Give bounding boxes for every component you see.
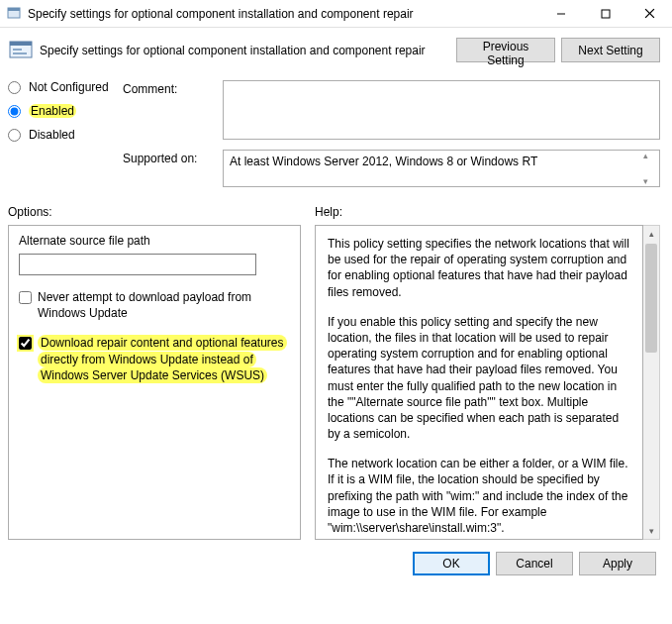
title-bar: Specify settings for optional component …: [0, 0, 672, 28]
policy-icon: [8, 39, 36, 62]
radio-enabled-label: Enabled: [29, 104, 76, 118]
radio-not-configured[interactable]: Not Configured: [8, 80, 117, 94]
next-setting-button[interactable]: Next Setting: [561, 38, 660, 62]
maximize-button[interactable]: [583, 0, 627, 28]
svg-rect-8: [13, 49, 22, 51]
close-button[interactable]: [627, 0, 672, 28]
options-section-label: Options:: [8, 205, 315, 219]
supported-on-box: At least Windows Server 2012, Windows 8 …: [223, 150, 660, 187]
supported-scroll-icons: ▴ ▾: [643, 151, 657, 186]
wsus-checkbox[interactable]: [19, 337, 32, 350]
alt-path-label: Alternate source file path: [19, 234, 290, 248]
chevron-up-icon: ▴: [643, 151, 657, 160]
wsus-row[interactable]: Download repair content and optional fea…: [19, 335, 290, 383]
radio-enabled[interactable]: Enabled: [8, 104, 117, 118]
help-paragraph-1: This policy setting specifies the networ…: [328, 236, 630, 300]
help-paragraph-2: If you enable this policy setting and sp…: [328, 314, 630, 443]
help-section-label: Help:: [315, 205, 660, 219]
radio-disabled-input[interactable]: [8, 129, 21, 142]
options-panel: Alternate source file path Never attempt…: [8, 225, 301, 540]
cancel-button[interactable]: Cancel: [496, 552, 573, 575]
apply-button[interactable]: Apply: [579, 552, 656, 575]
supported-on-text: At least Windows Server 2012, Windows 8 …: [230, 155, 537, 168]
previous-setting-button[interactable]: Previous Setting: [456, 38, 555, 62]
ok-button[interactable]: OK: [413, 552, 490, 575]
help-paragraph-3: The network location can be either a fol…: [328, 456, 630, 536]
header-row: Specify settings for optional component …: [8, 38, 660, 62]
help-panel: This policy setting specifies the networ…: [315, 225, 643, 540]
comment-label: Comment:: [123, 80, 217, 96]
window-title: Specify settings for optional component …: [28, 7, 538, 21]
svg-rect-3: [602, 10, 610, 18]
scroll-down-icon[interactable]: ▾: [643, 523, 659, 539]
minimize-button[interactable]: [538, 0, 583, 28]
radio-disabled[interactable]: Disabled: [8, 128, 117, 142]
state-radio-group: Not Configured Enabled Disabled: [8, 80, 117, 142]
comment-textarea[interactable]: [223, 80, 660, 140]
radio-not-configured-label: Not Configured: [29, 80, 109, 94]
scroll-up-icon[interactable]: ▴: [643, 226, 659, 242]
svg-rect-7: [10, 42, 32, 46]
never-wu-checkbox[interactable]: [19, 291, 32, 304]
window-buttons: [538, 0, 672, 28]
header-title: Specify settings for optional component …: [40, 44, 450, 57]
scroll-thumb[interactable]: [645, 244, 657, 353]
svg-rect-1: [8, 8, 20, 11]
radio-not-configured-input[interactable]: [8, 81, 21, 94]
wsus-label: Download repair content and optional fea…: [38, 335, 287, 382]
radio-disabled-label: Disabled: [29, 128, 75, 142]
svg-rect-9: [13, 52, 27, 54]
supported-label: Supported on:: [123, 150, 217, 165]
window-icon: [6, 6, 22, 22]
never-wu-row[interactable]: Never attempt to download payload from W…: [19, 289, 290, 321]
chevron-down-icon: ▾: [643, 176, 657, 186]
help-scrollbar[interactable]: ▴ ▾: [643, 225, 660, 540]
radio-enabled-input[interactable]: [8, 105, 21, 118]
dialog-footer: OK Cancel Apply: [8, 552, 660, 575]
never-wu-label: Never attempt to download payload from W…: [38, 289, 290, 321]
alt-path-input[interactable]: [19, 254, 256, 275]
